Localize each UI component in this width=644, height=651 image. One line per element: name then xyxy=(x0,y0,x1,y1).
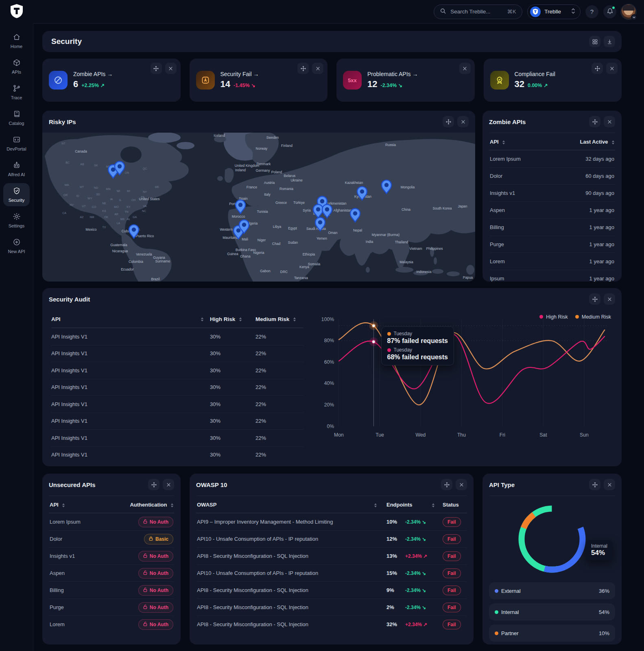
close-widget-button[interactable] xyxy=(165,63,177,74)
sidebar-item-security[interactable]: Security xyxy=(3,183,30,206)
table-row[interactable]: API Insights V1 30% 22% xyxy=(51,379,303,396)
api-type-legend-item[interactable]: Internal54% xyxy=(489,603,615,620)
download-button[interactable] xyxy=(604,36,615,47)
table-row[interactable]: Lorem Ipsum No Auth xyxy=(49,513,174,530)
close-widget-button[interactable] xyxy=(459,63,471,74)
column-header[interactable]: Authentication xyxy=(130,502,173,508)
table-row[interactable]: API Insights V1 30% 22% xyxy=(51,429,303,446)
table-row[interactable]: Ipsum1 year ago xyxy=(489,270,615,282)
table-row[interactable]: Aspen No Auth xyxy=(49,564,174,581)
table-row[interactable]: API8 - Security Misconfiguration - SQL I… xyxy=(196,581,467,599)
sidebar-item-catalog[interactable]: Catalog xyxy=(3,106,30,129)
api-type-legend-item[interactable]: External36% xyxy=(489,582,615,599)
move-widget-button[interactable] xyxy=(441,479,452,490)
search-input[interactable] xyxy=(450,9,503,15)
move-widget-button[interactable] xyxy=(589,479,600,490)
table-row[interactable]: API8 - Security Misconfiguration - SQL I… xyxy=(196,599,467,616)
legend-dot xyxy=(495,631,498,635)
move-widget-button[interactable] xyxy=(592,63,603,74)
column-header[interactable]: Endpoints xyxy=(386,502,443,508)
table-row[interactable]: API10 - Unsafe Consumption of APIs - IP … xyxy=(196,564,467,581)
legend-item[interactable]: High Risk xyxy=(539,314,568,320)
table-row[interactable]: API Insights V1 30% 22% xyxy=(51,345,303,362)
table-row[interactable]: API8 - Security Misconfiguration - SQL I… xyxy=(196,616,467,633)
org-switcher[interactable]: Treblle xyxy=(527,4,581,19)
move-widget-button[interactable] xyxy=(443,116,454,127)
notifications-button[interactable] xyxy=(603,5,616,18)
table-row[interactable]: Lorem Ipsum32 days ago xyxy=(489,150,615,167)
map-label: Japan xyxy=(458,204,467,208)
stat-card-security-fail[interactable]: Security Fail → 14 -1.45% ↘ xyxy=(190,59,328,102)
avatar[interactable] xyxy=(621,4,636,19)
close-widget-button[interactable] xyxy=(163,479,174,490)
column-header[interactable]: Status xyxy=(443,502,466,508)
table-row[interactable]: API Insights V1 30% 22% xyxy=(51,362,303,379)
table-row[interactable]: API8 - Security Misconfiguration - SQL I… xyxy=(196,547,467,564)
column-header[interactable]: OWASP xyxy=(197,502,386,508)
close-widget-button[interactable] xyxy=(604,293,615,305)
move-widget-button[interactable] xyxy=(297,63,309,74)
table-row[interactable]: API Insights V1 30% 22% xyxy=(51,395,303,413)
sidebar-item-new-api[interactable]: New API xyxy=(3,234,30,258)
stat-card-problematic-apis[interactable]: 5xx Problematic APIs → 12 -2.34% ↘ xyxy=(336,59,475,102)
sidebar-item-trace[interactable]: Trace xyxy=(3,81,30,104)
column-header[interactable]: Last Active xyxy=(580,139,615,145)
close-widget-button[interactable] xyxy=(457,116,469,127)
global-search[interactable]: ⌘K xyxy=(434,4,522,19)
cell-owasp: API10 - Unsafe Consumption of APIs - IP … xyxy=(197,536,386,542)
move-widget-button[interactable] xyxy=(589,116,600,127)
sidebar-item-devportal[interactable]: DevPortal xyxy=(3,132,30,155)
api-type-donut[interactable]: Internal 54% xyxy=(482,496,622,582)
chart-tooltip: Tuesday87% failed requestsTuesday68% fai… xyxy=(381,326,454,365)
stat-card-compliance-fail[interactable]: Compliance Fail 32 0.00% ↗ xyxy=(484,59,622,102)
stat-card-zombie-apis[interactable]: Zombie APIs → 6 +2.25% ↗ xyxy=(42,59,181,102)
table-row[interactable]: Billing No Auth xyxy=(49,581,174,599)
map-label: Türkiye xyxy=(293,201,305,205)
column-header[interactable]: API xyxy=(50,502,65,508)
cell-endpoints: 2% xyxy=(386,604,405,610)
auth-badge: No Auth xyxy=(138,517,173,527)
sort-icon xyxy=(171,503,173,507)
tooltip-series-label: Tuesday xyxy=(387,331,448,336)
move-widget-button[interactable] xyxy=(148,479,159,490)
table-row[interactable]: Aspen1 year ago xyxy=(489,201,615,218)
layout-grid-button[interactable] xyxy=(589,36,600,47)
legend-item[interactable]: Medium Risk xyxy=(575,314,611,320)
map-label: South Korea xyxy=(432,206,452,210)
table-row[interactable]: API Insights V1 30% 22% xyxy=(51,446,303,463)
table-row[interactable]: Dolor60 days ago xyxy=(489,167,615,184)
column-header[interactable]: Medium Risk xyxy=(255,316,303,322)
sidebar-item-settings[interactable]: Settings xyxy=(3,209,30,232)
table-row[interactable]: Purge No Auth xyxy=(49,599,174,616)
table-row[interactable]: Billing1 year ago xyxy=(489,218,615,236)
api-type-legend-item[interactable]: Partner10% xyxy=(489,625,615,642)
table-row[interactable]: Dolor Basic xyxy=(49,530,174,547)
table-row[interactable]: API Insights V1 30% 22% xyxy=(51,413,303,430)
risk-line-chart[interactable]: High RiskMedium Risk 0%20%40%60%80%100%M… xyxy=(317,310,613,463)
table-row[interactable]: API10 - Unsafe Consumption of APIs - IP … xyxy=(196,530,467,547)
sidebar-item-apis[interactable]: APIs xyxy=(3,55,30,78)
close-widget-button[interactable] xyxy=(604,479,615,490)
close-widget-button[interactable] xyxy=(604,116,615,127)
table-row[interactable]: Lorem1 year ago xyxy=(489,253,615,270)
close-widget-button[interactable] xyxy=(456,479,467,490)
table-row[interactable]: API9 – Improper Inventory Management - M… xyxy=(196,513,467,530)
close-widget-button[interactable] xyxy=(606,63,618,74)
sidebar-item-alfred[interactable]: Alfred AI xyxy=(3,157,30,181)
cell-api: API Insights V1 xyxy=(51,418,210,424)
close-widget-button[interactable] xyxy=(312,63,323,74)
table-row[interactable]: Insights v1 No Auth xyxy=(49,547,174,564)
move-widget-button[interactable] xyxy=(589,293,600,305)
move-widget-button[interactable] xyxy=(151,63,162,74)
sidebar-item-home[interactable]: Home xyxy=(3,29,30,52)
column-header[interactable]: API xyxy=(51,316,210,322)
help-button[interactable]: ? xyxy=(585,5,598,18)
world-map[interactable]: CanadaUnited StatesMexicoCubaPuerto Rico… xyxy=(42,130,475,282)
table-row[interactable]: Lorem No Auth xyxy=(49,616,174,633)
table-row[interactable]: Insights v190 days ago xyxy=(489,184,615,201)
table-row[interactable]: API Insights V1 30% 22% xyxy=(51,328,303,345)
column-header[interactable]: API xyxy=(490,139,505,145)
table-row[interactable]: Purge1 year ago xyxy=(489,236,615,253)
column-header[interactable]: High Risk xyxy=(210,316,255,322)
treblle-logo-icon[interactable] xyxy=(10,4,24,20)
